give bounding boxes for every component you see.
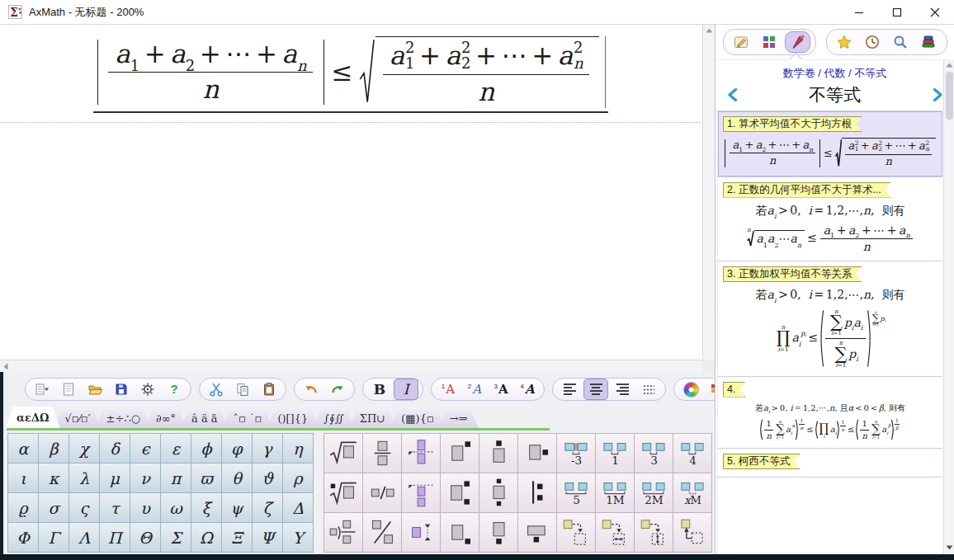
greek-letter-ς[interactable]: ς bbox=[69, 493, 99, 522]
template-spacing-1[interactable]: 1 bbox=[596, 434, 634, 473]
template-spacing-2M[interactable]: 2M bbox=[635, 473, 673, 512]
template-spacing--3[interactable]: -3 bbox=[557, 434, 595, 473]
symbol-tab-3[interactable]: ±÷∴○ bbox=[96, 409, 151, 428]
editor-canvas[interactable]: a1+a2+⋯+ann≤a21+a22+⋯+a2nn bbox=[0, 25, 715, 372]
symbol-tab-7[interactable]: ()[]{} bbox=[267, 409, 319, 428]
library-item-3[interactable]: 3. 正数加权平均值不等关系若ai>0, i=1,2,⋯,n, 则有n∏i=1a… bbox=[718, 261, 942, 376]
template-spacing-5[interactable]: 5 bbox=[557, 473, 595, 512]
symbol-tab-5[interactable]: â ä ã bbox=[181, 409, 229, 428]
greek-letter-ψ[interactable]: ψ bbox=[222, 493, 252, 522]
sidebar-scroll-thumb[interactable] bbox=[946, 72, 953, 120]
template-back-ref[interactable] bbox=[673, 513, 711, 552]
font-style-4-button[interactable]: 4A bbox=[515, 379, 540, 400]
greek-letter-ϑ[interactable]: ϑ bbox=[253, 464, 282, 492]
template-side-script[interactable] bbox=[518, 434, 556, 473]
page-previous-button[interactable] bbox=[724, 87, 740, 103]
greek-letter-χ[interactable]: χ bbox=[69, 434, 99, 463]
symbol-tab-4[interactable]: ∂∞° bbox=[145, 409, 187, 428]
save-button[interactable] bbox=[109, 379, 134, 400]
menu-button[interactable] bbox=[30, 379, 54, 400]
greek-letter-ϱ[interactable]: ϱ bbox=[8, 493, 38, 522]
align-left-button[interactable] bbox=[557, 379, 582, 400]
undo-button[interactable] bbox=[299, 379, 324, 400]
greek-letter-μ[interactable]: μ bbox=[100, 464, 130, 492]
greek-letter-δ[interactable]: δ bbox=[100, 434, 130, 463]
redo-button[interactable] bbox=[325, 379, 350, 400]
align-list-button[interactable] bbox=[636, 379, 661, 400]
greek-letter-θ[interactable]: θ bbox=[222, 464, 252, 492]
scroll-left-icon[interactable] bbox=[0, 361, 11, 372]
greek-letter-ϖ[interactable]: ϖ bbox=[191, 464, 221, 492]
greek-letter-Λ[interactable]: Λ bbox=[69, 523, 99, 552]
cut-button[interactable] bbox=[204, 379, 229, 400]
library-item-1[interactable]: 1. 算术平均值不大于均方根a1+a2+⋯+ann≤a21+a22+⋯+a2nn bbox=[718, 111, 942, 177]
bold-button[interactable]: B bbox=[367, 379, 392, 400]
bookmark-library-button[interactable] bbox=[785, 31, 810, 53]
template-accent-below[interactable] bbox=[479, 513, 517, 552]
symbol-overview-button[interactable] bbox=[757, 31, 782, 53]
template-script-above[interactable] bbox=[402, 434, 440, 473]
sidebar-scroll-up-icon[interactable] bbox=[944, 59, 954, 70]
template-long-division[interactable] bbox=[324, 513, 362, 552]
minimize-button[interactable] bbox=[840, 0, 878, 24]
open-button[interactable] bbox=[83, 379, 107, 400]
font-style-1-button[interactable]: 1A bbox=[436, 379, 460, 400]
favorites-button[interactable] bbox=[832, 31, 857, 53]
editor-vertical-scrollbar[interactable] bbox=[702, 25, 715, 360]
symbol-tab-1[interactable]: αεΔΩ bbox=[6, 407, 60, 428]
greek-letter-γ[interactable]: γ bbox=[253, 434, 282, 463]
template-fraction[interactable] bbox=[363, 434, 401, 473]
symbol-tab-9[interactable]: ΣΠ∪ bbox=[349, 409, 396, 428]
template-script-below[interactable] bbox=[402, 473, 440, 512]
greek-letter-ϵ[interactable]: ϵ bbox=[130, 434, 160, 463]
greek-letter-τ[interactable]: τ bbox=[100, 493, 130, 522]
template-set-width[interactable] bbox=[596, 513, 634, 552]
symbol-tab-11[interactable]: →⇒ bbox=[439, 409, 479, 428]
template-spacing-3[interactable]: 3 bbox=[635, 434, 673, 473]
template-subscript[interactable] bbox=[441, 513, 479, 552]
template-radical[interactable] bbox=[324, 434, 362, 473]
greek-letter-ν[interactable]: ν bbox=[130, 464, 160, 492]
new-document-button[interactable] bbox=[56, 379, 81, 400]
sidebar-scroll-down-icon[interactable] bbox=[944, 542, 954, 553]
template-underbox[interactable] bbox=[518, 513, 556, 552]
template-superscript[interactable] bbox=[441, 434, 479, 473]
breadcrumb[interactable]: 数学卷 / 代数 / 不等式 bbox=[716, 66, 954, 81]
greek-letter-Δ[interactable]: Δ bbox=[283, 493, 313, 522]
symbol-tab-2[interactable]: √▫⁄▫′ bbox=[54, 409, 102, 428]
align-center-button[interactable] bbox=[583, 379, 608, 400]
library-item-2[interactable]: 2. 正数的几何平均值不大于算术...若ai>0, i=1,2,⋯,n, 则有n… bbox=[718, 177, 942, 261]
greek-letter-β[interactable]: β bbox=[39, 434, 68, 463]
sidebar-scrollbar[interactable] bbox=[943, 59, 954, 554]
template-spacing-4[interactable]: 4 bbox=[673, 434, 711, 473]
editor-horizontal-scrollbar[interactable] bbox=[0, 360, 702, 372]
greek-letter-Φ[interactable]: Φ bbox=[8, 523, 38, 552]
paste-button[interactable] bbox=[257, 379, 281, 400]
template-set-height[interactable] bbox=[635, 513, 673, 552]
greek-letter-σ[interactable]: σ bbox=[39, 493, 68, 522]
template-script-inline[interactable] bbox=[402, 513, 440, 552]
settings-button[interactable] bbox=[135, 379, 160, 400]
font-style-2-button[interactable]: 2A bbox=[462, 379, 487, 400]
template-spacing-xM[interactable]: xM bbox=[673, 473, 711, 512]
symbol-tab-6[interactable]: ˆ▫ ˙▫ bbox=[223, 409, 273, 428]
help-button[interactable]: ? bbox=[162, 379, 187, 400]
close-button[interactable] bbox=[916, 0, 954, 24]
greek-letter-η[interactable]: η bbox=[283, 434, 313, 463]
greek-letter-ξ[interactable]: ξ bbox=[191, 493, 221, 522]
greek-letter-Ψ[interactable]: Ψ bbox=[253, 523, 282, 552]
scroll-up-icon[interactable] bbox=[704, 25, 715, 35]
greek-letter-ρ[interactable]: ρ bbox=[283, 464, 313, 492]
greek-letter-Θ[interactable]: Θ bbox=[130, 523, 160, 552]
greek-letter-φ[interactable]: φ bbox=[222, 434, 252, 463]
greek-letter-Γ[interactable]: Γ bbox=[39, 523, 68, 552]
template-diagonal-fraction[interactable] bbox=[363, 513, 401, 552]
template-insert-new[interactable] bbox=[557, 513, 595, 552]
current-equation[interactable]: a1+a2+⋯+ann≤a21+a22+⋯+a2nn bbox=[93, 35, 608, 113]
greek-letter-Σ[interactable]: Σ bbox=[161, 523, 191, 552]
greek-letter-κ[interactable]: κ bbox=[39, 464, 68, 492]
greek-letter-λ[interactable]: λ bbox=[69, 464, 99, 492]
symbol-tab-8[interactable]: ∫∮∬ bbox=[313, 409, 355, 428]
align-right-button[interactable] bbox=[610, 379, 635, 400]
template-bar-scripts[interactable] bbox=[518, 473, 556, 512]
